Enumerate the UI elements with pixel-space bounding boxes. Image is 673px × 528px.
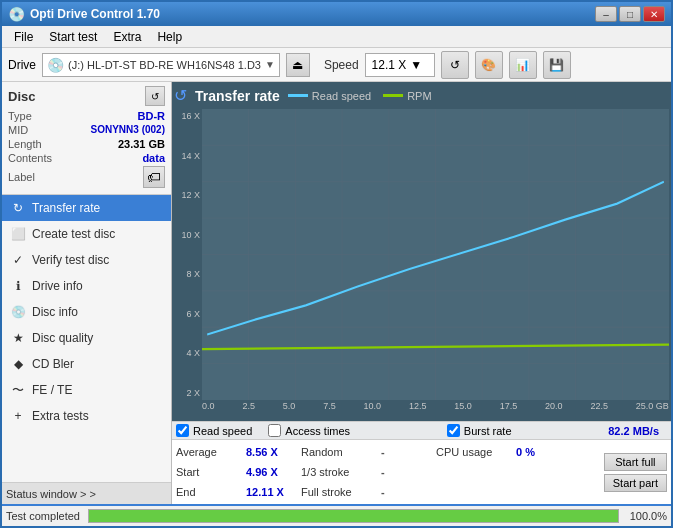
- x-label-0: 0.0: [202, 401, 215, 415]
- x-label-20: 20.0: [545, 401, 563, 415]
- menu-help[interactable]: Help: [149, 28, 190, 46]
- access-times-checkbox-text: Access times: [285, 425, 350, 437]
- x-label-2-5: 2.5: [242, 401, 255, 415]
- create-test-disc-icon: ⬜: [10, 226, 26, 242]
- contents-value: data: [142, 152, 165, 164]
- read-speed-checkbox-label[interactable]: Read speed: [176, 424, 252, 437]
- end-label: End: [176, 486, 246, 498]
- cpu-value: 0 %: [516, 446, 571, 458]
- type-value: BD-R: [138, 110, 166, 122]
- y-label-14: 14 X: [174, 151, 202, 161]
- contents-label: Contents: [8, 152, 52, 164]
- disc-refresh-button[interactable]: ↺: [145, 86, 165, 106]
- nav-transfer-rate[interactable]: ↻ Transfer rate: [2, 195, 171, 221]
- chart-icon: ↺: [174, 86, 187, 105]
- disc-info-icon: 💿: [10, 304, 26, 320]
- rpm-legend-label: RPM: [407, 90, 431, 102]
- one-third-value: -: [381, 466, 436, 478]
- burst-rate-checkbox[interactable]: [447, 424, 460, 437]
- read-speed-legend-color: [288, 94, 308, 97]
- action-button-1[interactable]: 🎨: [475, 51, 503, 79]
- start-part-button[interactable]: Start part: [604, 474, 667, 492]
- maximize-button[interactable]: □: [619, 6, 641, 22]
- start-label: Start: [176, 466, 246, 478]
- lower-stats: Read speed Access times Burst rate 82.2 …: [172, 421, 671, 504]
- transfer-rate-icon: ↻: [10, 200, 26, 216]
- drive-label: Drive: [8, 58, 36, 72]
- y-label-8: 8 X: [174, 269, 202, 279]
- nav-extra-tests-label: Extra tests: [32, 409, 89, 423]
- start-value: 4.96 X: [246, 466, 301, 478]
- nav-extra-tests[interactable]: + Extra tests: [2, 403, 171, 429]
- x-label-17-5: 17.5: [500, 401, 518, 415]
- nav-disc-quality-label: Disc quality: [32, 331, 93, 345]
- y-label-12: 12 X: [174, 190, 202, 200]
- label-label: Label: [8, 171, 35, 183]
- x-label-12-5: 12.5: [409, 401, 427, 415]
- average-value: 8.56 X: [246, 446, 301, 458]
- drive-dropdown-arrow: ▼: [265, 59, 275, 70]
- disc-title: Disc: [8, 89, 35, 104]
- eject-button[interactable]: ⏏: [286, 53, 310, 77]
- statusbar: Test completed 100.0%: [2, 504, 671, 526]
- menu-start-test[interactable]: Start test: [41, 28, 105, 46]
- status-window-button[interactable]: Status window > >: [2, 482, 171, 504]
- titlebar: 💿 Opti Drive Control 1.70 – □ ✕: [2, 2, 671, 26]
- drive-select[interactable]: 💿 (J:) HL-DT-ST BD-RE WH16NS48 1.D3 ▼: [42, 53, 280, 77]
- y-label-2: 2 X: [174, 388, 202, 398]
- nav-disc-info[interactable]: 💿 Disc info: [2, 299, 171, 325]
- checkboxes-row: Read speed Access times Burst rate 82.2 …: [172, 422, 671, 440]
- x-label-25: 25.0 GB: [636, 401, 669, 415]
- y-label-16: 16 X: [174, 111, 202, 121]
- drivebar: Drive 💿 (J:) HL-DT-ST BD-RE WH16NS48 1.D…: [2, 48, 671, 82]
- label-button[interactable]: 🏷: [143, 166, 165, 188]
- menu-file[interactable]: File: [6, 28, 41, 46]
- progress-bar-fill: [89, 510, 618, 522]
- title-icon: 💿: [8, 6, 25, 22]
- minimize-button[interactable]: –: [595, 6, 617, 22]
- length-value: 23.31 GB: [118, 138, 165, 150]
- burst-rate-checkbox-label[interactable]: Burst rate: [447, 424, 512, 437]
- random-value: -: [381, 446, 436, 458]
- refresh-button[interactable]: ↺: [441, 51, 469, 79]
- extra-tests-icon: +: [10, 408, 26, 424]
- nav-disc-quality[interactable]: ★ Disc quality: [2, 325, 171, 351]
- mid-value: SONYNN3 (002): [91, 124, 165, 136]
- speed-label: Speed: [324, 58, 359, 72]
- nav-drive-info-label: Drive info: [32, 279, 83, 293]
- menu-extra[interactable]: Extra: [105, 28, 149, 46]
- speed-select[interactable]: 12.1 X ▼: [365, 53, 435, 77]
- nav-fe-te[interactable]: 〜 FE / TE: [2, 377, 171, 403]
- stat-row-1: Average 8.56 X Random - CPU usage 0 %: [176, 442, 598, 462]
- end-value: 12.11 X: [246, 486, 301, 498]
- action-button-2[interactable]: 📊: [509, 51, 537, 79]
- progress-percent: 100.0%: [627, 510, 667, 522]
- start-full-button[interactable]: Start full: [604, 453, 667, 471]
- random-label: Random: [301, 446, 381, 458]
- close-button[interactable]: ✕: [643, 6, 665, 22]
- status-window-label: Status window > >: [6, 488, 96, 500]
- progress-bar: [88, 509, 619, 523]
- nav-verify-test-disc[interactable]: ✓ Verify test disc: [2, 247, 171, 273]
- nav-create-test-disc[interactable]: ⬜ Create test disc: [2, 221, 171, 247]
- save-button[interactable]: 💾: [543, 51, 571, 79]
- stats-area: Average 8.56 X Random - CPU usage 0 % St…: [172, 440, 671, 504]
- full-stroke-label: Full stroke: [301, 486, 381, 498]
- read-speed-legend-label: Read speed: [312, 90, 371, 102]
- drive-value: (J:) HL-DT-ST BD-RE WH16NS48 1.D3: [68, 59, 261, 71]
- chart-container: ↺ Transfer rate Read speed RPM: [172, 82, 671, 421]
- y-label-4: 4 X: [174, 348, 202, 358]
- nav-cd-bler[interactable]: ◆ CD Bler: [2, 351, 171, 377]
- drive-info-icon: ℹ: [10, 278, 26, 294]
- x-label-22-5: 22.5: [590, 401, 608, 415]
- access-times-checkbox-label[interactable]: Access times: [268, 424, 350, 437]
- length-label: Length: [8, 138, 42, 150]
- cd-bler-icon: ◆: [10, 356, 26, 372]
- one-third-label: 1/3 stroke: [301, 466, 381, 478]
- access-times-checkbox[interactable]: [268, 424, 281, 437]
- read-speed-checkbox[interactable]: [176, 424, 189, 437]
- menubar: File Start test Extra Help: [2, 26, 671, 48]
- nav-drive-info[interactable]: ℹ Drive info: [2, 273, 171, 299]
- nav-transfer-rate-label: Transfer rate: [32, 201, 100, 215]
- chart-title: Transfer rate: [195, 88, 280, 104]
